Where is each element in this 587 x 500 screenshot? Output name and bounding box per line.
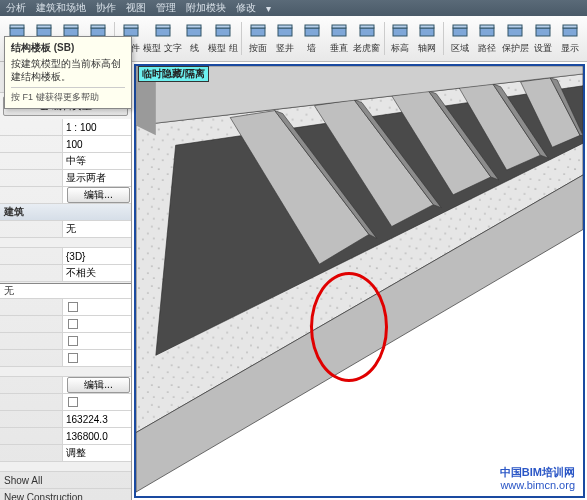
wall-button[interactable]: 墙 [299, 18, 325, 59]
svg-rect-6 [91, 28, 105, 36]
wall-icon [303, 22, 321, 40]
svg-rect-38 [563, 28, 577, 36]
menu-item[interactable]: 管理 [156, 1, 176, 15]
svg-rect-2 [37, 28, 51, 36]
property-value[interactable]: 中等 [62, 153, 131, 169]
property-row[interactable] [0, 316, 131, 333]
property-row[interactable]: 建筑 [0, 204, 131, 221]
face-button[interactable]: 按面 [245, 18, 271, 59]
show-icon [561, 22, 579, 40]
property-row[interactable]: 调整 [0, 445, 131, 462]
menu-item[interactable]: 附加模块 [186, 1, 226, 15]
annotation-ellipse [310, 272, 388, 382]
property-value[interactable]: 调整 [62, 445, 131, 461]
dormer-icon [358, 22, 376, 40]
property-row[interactable]: 136800.0 [0, 428, 131, 445]
property-value[interactable]: {3D} [62, 248, 131, 264]
edit-button[interactable]: 编辑... [67, 187, 129, 203]
property-value[interactable]: 100 [62, 136, 131, 152]
canvas[interactable]: 临时隐藏/隔离 [132, 62, 587, 500]
property-row[interactable] [0, 299, 131, 316]
menu-overflow[interactable]: ▾ [266, 3, 271, 14]
cover-icon [506, 22, 524, 40]
face-icon [249, 22, 267, 40]
property-row[interactable] [0, 333, 131, 350]
grid-button[interactable]: 轴网 [414, 18, 440, 59]
menu-item[interactable]: 修改 [236, 1, 256, 15]
path-button[interactable]: 路径 [474, 18, 500, 59]
tooltip-title: 结构楼板 (SB) [11, 41, 125, 55]
property-value[interactable]: 136800.0 [62, 428, 131, 444]
checkbox[interactable] [68, 319, 78, 329]
menu-item[interactable]: 建筑和场地 [36, 1, 86, 15]
checkbox[interactable] [68, 336, 78, 346]
property-row[interactable]: 中等 [0, 153, 131, 170]
line-button[interactable]: 线 [181, 18, 207, 59]
svg-rect-28 [420, 28, 434, 36]
property-value[interactable]: 显示两者 [62, 170, 131, 186]
cover-button[interactable]: 保护层 [501, 18, 529, 59]
tooltip-body: 按建筑模型的当前标高创建结构楼板。 [11, 57, 125, 83]
property-row[interactable]: 无 [0, 221, 131, 238]
menu-item[interactable]: 视图 [126, 1, 146, 15]
svg-rect-10 [156, 28, 170, 36]
grid-icon [418, 22, 436, 40]
area-button[interactable]: 区域 [447, 18, 473, 59]
svg-rect-25 [360, 25, 374, 28]
svg-rect-1 [10, 25, 24, 28]
property-value[interactable]: 无 [62, 221, 131, 237]
shaft-button[interactable]: 竖井 [272, 18, 298, 59]
dormer-button[interactable]: 老虎窗 [353, 18, 381, 59]
property-row[interactable] [0, 462, 131, 472]
property-row[interactable] [0, 367, 131, 377]
property-row[interactable] [0, 394, 131, 411]
menu-item[interactable]: 分析 [6, 1, 26, 15]
checkbox[interactable] [68, 397, 78, 407]
properties-panel: ▾ 编辑类型 1 : 100100中等显示两者编辑...建筑无{3D}不相关无编… [0, 62, 132, 500]
settings-button[interactable]: 设置 [530, 18, 556, 59]
property-row[interactable]: Show All [0, 472, 131, 489]
property-row[interactable]: {3D} [0, 248, 131, 265]
svg-rect-21 [305, 25, 319, 28]
property-row[interactable] [0, 238, 131, 248]
ribbon-label: 模型 组 [208, 42, 238, 55]
svg-rect-33 [480, 25, 494, 28]
edit-button[interactable]: 编辑... [67, 377, 129, 393]
svg-rect-37 [536, 25, 550, 28]
ribbon-label: 墙 [307, 42, 316, 55]
svg-rect-39 [563, 25, 577, 28]
svg-rect-8 [124, 28, 138, 36]
property-row[interactable]: 163224.3 [0, 411, 131, 428]
ribbon-label: 区域 [451, 42, 469, 55]
property-value[interactable]: 1 : 100 [62, 119, 131, 135]
property-row[interactable]: 编辑... [0, 187, 131, 204]
svg-rect-17 [251, 25, 265, 28]
show-button[interactable]: 显示 [557, 18, 583, 59]
ribbon-label: 标高 [391, 42, 409, 55]
menu-item[interactable]: 协作 [96, 1, 116, 15]
property-row[interactable]: New Construction [0, 489, 131, 500]
dropdown-value[interactable]: 无 [0, 283, 131, 298]
svg-rect-26 [393, 28, 407, 36]
property-row[interactable]: 100 [0, 136, 131, 153]
property-value[interactable]: 不相关 [62, 265, 131, 281]
property-row[interactable]: 1 : 100 [0, 119, 131, 136]
ribbon-label: 按面 [249, 42, 267, 55]
property-row[interactable]: 不相关 [0, 265, 131, 282]
property-row[interactable]: 编辑... [0, 377, 131, 394]
group-button[interactable]: 模型 组 [208, 18, 238, 59]
vertical-button[interactable]: 垂直 [326, 18, 352, 59]
modeltext-button[interactable]: 模型 文字 [145, 18, 181, 59]
level-button[interactable]: 标高 [387, 18, 413, 59]
checkbox[interactable] [68, 302, 78, 312]
line-icon [185, 22, 203, 40]
property-row[interactable] [0, 350, 131, 367]
svg-rect-0 [10, 28, 24, 36]
property-value[interactable]: 163224.3 [62, 411, 131, 427]
canvas-status-tag: 临时隐藏/隔离 [138, 66, 209, 82]
svg-rect-29 [420, 25, 434, 28]
property-row[interactable]: 无 [0, 282, 131, 299]
property-row[interactable]: 显示两者 [0, 170, 131, 187]
svg-rect-7 [91, 25, 105, 28]
checkbox[interactable] [68, 353, 78, 363]
